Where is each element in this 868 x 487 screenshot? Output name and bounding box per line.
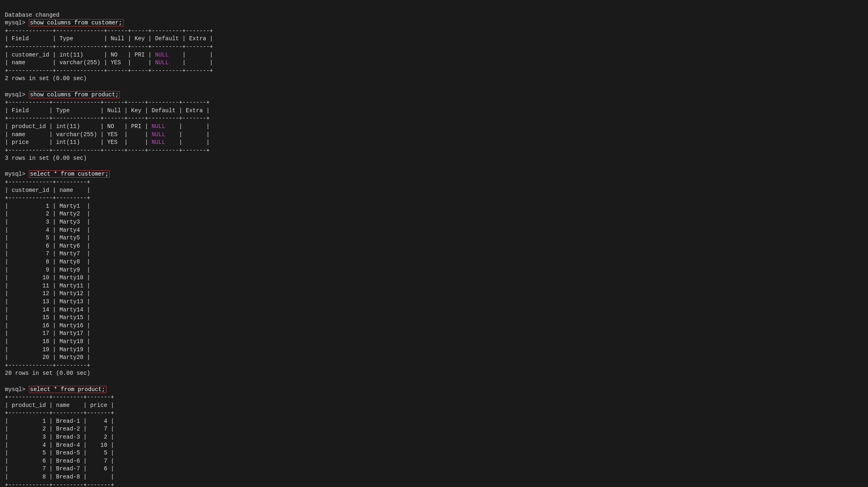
sp-row-6: | 6 | Bread-6 | 7 | [5, 458, 114, 464]
product-col-count: 3 rows in set (0.00 sec) [5, 155, 87, 161]
db-changed-text: Database changed [5, 12, 59, 18]
sc-row-13: | 13 | Marty13 | [5, 298, 90, 305]
separator-line: +-------------+---------+ [5, 362, 90, 369]
cmd1: show columns from customer; [29, 19, 123, 26]
sp-row-7: | 7 | Bread-7 | 6 | [5, 465, 114, 472]
select-product-header: | product_id | name | price | [5, 402, 114, 409]
separator-line: +------------+--------------+------+----… [5, 115, 210, 122]
product-col-row-2: | name | varchar(255) | YES | | NULL | | [5, 131, 210, 138]
sc-row-8: | 8 | Marty8 | [5, 259, 90, 265]
sc-row-12: | 12 | Marty12 | [5, 290, 90, 297]
sc-row-5: | 5 | Marty5 | [5, 235, 90, 241]
prompt-2: mysql> [5, 91, 29, 98]
sc-row-11: | 11 | Marty11 | [5, 283, 90, 289]
sc-row-1: | 1 | Marty1 | [5, 203, 90, 209]
sc-row-3: | 3 | Marty3 | [5, 219, 90, 225]
sc-row-6: | 6 | Marty6 | [5, 243, 90, 249]
col-header-product: | Field | Type | Null | Key | Default | … [5, 107, 210, 114]
product-col-row-3: | price | int(11) | YES | | NULL | | [5, 139, 210, 146]
select-customer-header: | customer_id | name | [5, 187, 90, 193]
prompt-1: mysql> [5, 20, 29, 26]
sp-row-1: | 1 | Bread-1 | 4 | [5, 418, 114, 424]
sc-row-15: | 15 | Marty15 | [5, 314, 90, 321]
separator-line: +------------+---------+-------+ [5, 482, 114, 487]
sc-row-9: | 9 | Marty9 | [5, 267, 90, 273]
separator-line: +------------+---------+-------+ [5, 394, 114, 400]
separator-line: +-------------+---------+ [5, 195, 90, 201]
prompt-3: mysql> [5, 171, 29, 177]
customer-row-1: | customer_id | int(11) | NO | PRI | NUL… [5, 52, 213, 58]
terminal-output: Database changed mysql> show columns fro… [5, 3, 863, 487]
separator-line: +------------+--------------+------+----… [5, 99, 210, 106]
separator-line: +-------------+--------------+------+---… [5, 67, 213, 74]
separator-line: +------------+--------------+------+----… [5, 147, 210, 154]
sc-row-14: | 14 | Marty14 | [5, 307, 90, 313]
separator-line: +-------------+--------------+------+---… [5, 43, 213, 50]
sc-row-16: | 16 | Marty16 | [5, 322, 90, 329]
sc-row-7: | 7 | Marty7 | [5, 250, 90, 257]
sc-row-19: | 19 | Marty19 | [5, 346, 90, 353]
separator-line: +------------+---------+-------+ [5, 410, 114, 416]
sc-row-4: | 4 | Marty4 | [5, 227, 90, 233]
sp-row-5: | 5 | Bread-5 | 5 | [5, 450, 114, 456]
sc-row-17: | 17 | Marty17 | [5, 330, 90, 337]
sp-row-2: | 2 | Bread-2 | 7 | [5, 426, 114, 432]
sp-row-4: | 4 | Bread-4 | 10 | [5, 442, 114, 448]
sc-row-10: | 10 | Marty10 | [5, 274, 90, 281]
product-col-row-1: | product_id | int(11) | NO | PRI | NULL… [5, 123, 210, 130]
cmd3: select * from customer; [29, 170, 110, 178]
sc-row-2: | 2 | Marty2 | [5, 211, 90, 217]
prompt-4: mysql> [5, 386, 29, 393]
select-customer-count: 20 rows in set (0.00 sec) [5, 370, 90, 376]
col-header-customer: | Field | Type | Null | Key | Default | … [5, 35, 213, 42]
separator-line: +-------------+---------+ [5, 179, 90, 185]
sc-row-18: | 18 | Marty18 | [5, 338, 90, 345]
sp-row-8: | 8 | Bread-8 | | [5, 474, 114, 480]
sc-row-20: | 20 | Marty20 | [5, 354, 90, 361]
sp-row-3: | 3 | Bread-3 | 2 | [5, 434, 114, 440]
cmd2: show columns from product; [29, 91, 120, 98]
customer-row-2: | name | varchar(255) | YES | | NULL | | [5, 59, 213, 66]
cmd4: select * from product; [29, 386, 106, 393]
customer-col-count: 2 rows in set (0.00 sec) [5, 75, 87, 82]
separator-line: +-------------+--------------+------+---… [5, 28, 213, 34]
